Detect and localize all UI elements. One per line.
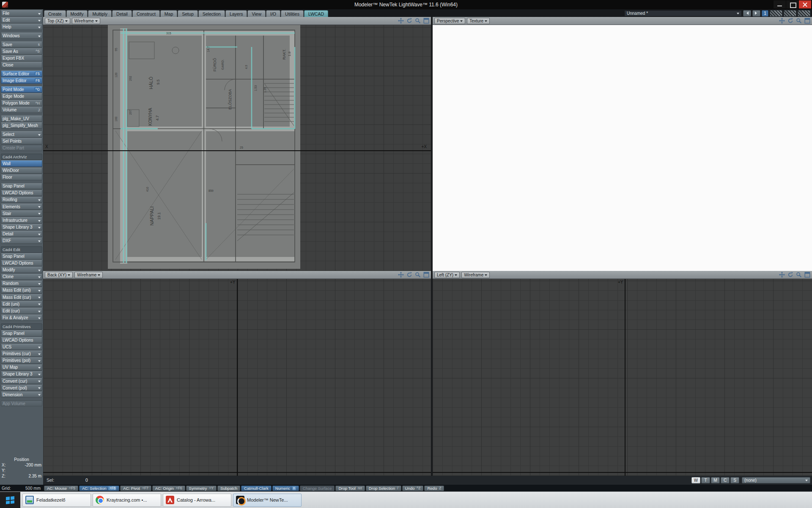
- render-mode-dropdown[interactable]: Wireframe: [72, 18, 100, 24]
- object-selector[interactable]: Unnamed *: [624, 10, 742, 17]
- sidebar-item-surface-editor[interactable]: Surface Editor F5: [1, 71, 42, 77]
- sidebar-item-lwcad-options[interactable]: LWCAD Options: [1, 337, 42, 343]
- view-type-dropdown[interactable]: Top (XZ): [45, 18, 70, 24]
- sidebar-item-primitives-cur[interactable]: Primitives (cur): [1, 351, 42, 357]
- sidebar-item-image-editor[interactable]: Image Editor F6: [1, 77, 42, 84]
- sidebar-item-shape-library-3[interactable]: Shape Library 3: [1, 224, 42, 230]
- menu-tab-modify[interactable]: Modify: [66, 10, 88, 17]
- sidebar-item-floor[interactable]: Floor: [1, 174, 42, 181]
- close-button[interactable]: [799, 0, 811, 8]
- status-button-ac-origin[interactable]: AC: Origin +F6: [152, 486, 185, 491]
- sidebar-item-wall[interactable]: Wall: [1, 160, 42, 167]
- pan-icon[interactable]: [779, 18, 785, 24]
- taskbar-app-button-catalog-arrowa[interactable]: Catalog - Arrowa...: [163, 494, 231, 507]
- sidebar-item-shape-library-3[interactable]: Shape Library 3: [1, 371, 42, 378]
- sidebar-item-stair[interactable]: Stair: [1, 210, 42, 217]
- sidebar-item-modify[interactable]: Modify: [1, 267, 42, 273]
- window-layout-button[interactable]: [784, 10, 796, 17]
- rotate-icon[interactable]: [406, 18, 412, 24]
- maximize-viewport-icon[interactable]: [804, 272, 810, 278]
- status-button-undo[interactable]: Undo ^Z: [402, 486, 424, 491]
- sidebar-item-primitives-pol[interactable]: Primitives (pol): [1, 357, 42, 364]
- zoom-icon[interactable]: [796, 272, 802, 278]
- maximize-viewport-icon[interactable]: [804, 18, 810, 24]
- vmap-selector[interactable]: (none): [742, 477, 810, 483]
- rotate-icon[interactable]: [787, 18, 793, 24]
- sidebar-item-save-as[interactable]: Save As ^S: [1, 48, 42, 55]
- viewport-back-canvas[interactable]: +Y: [43, 279, 431, 476]
- viewport-perspective-canvas[interactable]: [433, 25, 812, 271]
- taskbar-app-button-modeler-newte[interactable]: Modeler™ NewTe...: [233, 494, 302, 507]
- sidebar-item-select[interactable]: Select: [1, 131, 42, 138]
- menu-tab-layers[interactable]: Layers: [225, 10, 247, 17]
- vmap-button-s[interactable]: S: [730, 477, 739, 483]
- sidebar-item-point-mode[interactable]: Point Mode ^G: [1, 86, 42, 93]
- sidebar-item-edit[interactable]: Edit: [1, 17, 42, 23]
- maximize-viewport-icon[interactable]: [423, 18, 429, 24]
- rotate-icon[interactable]: [406, 272, 412, 278]
- layer-number[interactable]: 1: [762, 10, 768, 17]
- zoom-icon[interactable]: [415, 272, 421, 278]
- sidebar-item-windoor[interactable]: WinDoor: [1, 168, 42, 174]
- status-button-ac-selection[interactable]: AC: Selection +F8: [79, 486, 119, 491]
- pan-icon[interactable]: [779, 272, 785, 278]
- sidebar-item-detail[interactable]: Detail: [1, 231, 42, 237]
- sidebar-item-edge-mode[interactable]: Edge Mode: [1, 93, 42, 99]
- zoom-icon[interactable]: [796, 18, 802, 24]
- sidebar-item-close[interactable]: Close: [1, 62, 42, 68]
- sidebar-item-export-fbx[interactable]: Export FBX: [1, 55, 42, 61]
- sidebar-item-edit-uni[interactable]: Edit (uni): [1, 301, 42, 307]
- sidebar-item-snap-panel[interactable]: Snap Panel: [1, 330, 42, 337]
- sidebar-item-help[interactable]: Help: [1, 24, 42, 30]
- viewport-left-canvas[interactable]: +Y: [433, 279, 812, 476]
- render-mode-dropdown[interactable]: Wireframe: [74, 272, 103, 278]
- menu-tab-selection[interactable]: Selection: [198, 10, 225, 17]
- sidebar-item-roofing[interactable]: Roofing: [1, 197, 42, 203]
- sidebar-item-dxf[interactable]: DXF: [1, 237, 42, 244]
- vmap-button-m[interactable]: M: [711, 477, 720, 483]
- status-button-subpatch[interactable]: Subpatch: [217, 486, 240, 491]
- menu-tab-view[interactable]: View: [247, 10, 266, 17]
- view-type-dropdown[interactable]: Left (ZY): [434, 272, 460, 278]
- sidebar-item-convert-pol[interactable]: Convert (pol): [1, 385, 42, 391]
- sidebar-item-dimension[interactable]: Dimension: [1, 392, 42, 398]
- sidebar-item-plg-make-uv[interactable]: plg_Make_UV: [1, 116, 42, 122]
- status-button-symmetry[interactable]: Symmetry +Y: [186, 486, 217, 491]
- sidebar-item-infrastructure[interactable]: Infrastructure: [1, 217, 42, 224]
- start-button[interactable]: [0, 492, 20, 508]
- status-button-redo[interactable]: Redo Z: [424, 486, 444, 491]
- prev-layer-button[interactable]: [743, 10, 751, 17]
- sidebar-item-volume[interactable]: Volume J: [1, 107, 42, 113]
- window-layout-button[interactable]: [798, 10, 810, 17]
- sidebar-item-lwcad-options[interactable]: LWCAD Options: [1, 190, 42, 196]
- window-layout-button[interactable]: [770, 10, 782, 17]
- sidebar-item-plg-simplify-mesh[interactable]: plg_Simplify_Mesh: [1, 122, 42, 129]
- next-layer-button[interactable]: [752, 10, 760, 17]
- sidebar-item-ucs[interactable]: UCS: [1, 344, 42, 350]
- sidebar-item-convert-cur[interactable]: Convert (cur): [1, 378, 42, 384]
- status-button-drop-selection[interactable]: Drop Selection /: [366, 486, 401, 491]
- sidebar-item-uv-map[interactable]: UV Map: [1, 364, 42, 371]
- sidebar-item-mass-edit-uni[interactable]: Mass Edit (uni): [1, 287, 42, 294]
- menu-tab-detail[interactable]: Detail: [112, 10, 132, 17]
- viewport-top-canvas[interactable]: HÁLÓ9.5KONYHA4.7NAPPALI19.1FÜRDŐGARD.ELŐ…: [43, 25, 431, 271]
- status-button-catmull-clark[interactable]: Catmull-Clark: [241, 486, 272, 491]
- status-button-ac-mouse[interactable]: AC: Mouse +F5: [44, 486, 78, 491]
- sidebar-item-edit-cur[interactable]: Edit (cur): [1, 308, 42, 314]
- menu-tab-construct[interactable]: Construct: [132, 10, 160, 17]
- sidebar-item-snap-panel[interactable]: Snap Panel: [1, 253, 42, 260]
- sidebar-item-windows[interactable]: Windows: [1, 33, 42, 39]
- sidebar-item-clone[interactable]: Clone: [1, 274, 42, 280]
- vmap-button-c[interactable]: C: [721, 477, 730, 483]
- pan-icon[interactable]: [398, 272, 404, 278]
- sidebar-item-save[interactable]: Save s: [1, 41, 42, 48]
- taskbar-app-button-kraytracing-com[interactable]: Kraytracing.com •...: [93, 494, 161, 507]
- taskbar-app-button-feladatkezel[interactable]: Feladatkezelő: [22, 494, 91, 507]
- menu-tab-create[interactable]: Create: [44, 10, 66, 17]
- menu-tab-setup[interactable]: Setup: [178, 10, 198, 17]
- sidebar-item-lwcad-options[interactable]: LWCAD Options: [1, 260, 42, 266]
- maximize-viewport-icon[interactable]: [423, 272, 429, 278]
- vmap-button-w[interactable]: W: [691, 477, 700, 483]
- sidebar-item-snap-panel[interactable]: Snap Panel: [1, 183, 42, 190]
- sidebar-item-sel-points[interactable]: Sel Points: [1, 138, 42, 144]
